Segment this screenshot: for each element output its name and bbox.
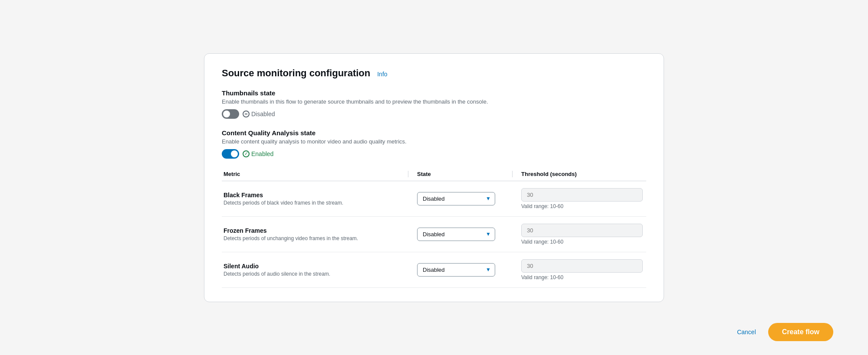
quality-enabled-icon: ✓	[243, 150, 250, 157]
black-frames-desc: Detects periods of black video frames in…	[224, 200, 400, 206]
black-frames-threshold: Valid range: 10-60	[513, 188, 646, 209]
black-frames-name: Black Frames	[224, 192, 400, 199]
table-row: Silent Audio Detects periods of audio si…	[222, 252, 646, 288]
silent-audio-select[interactable]: Disabled Enabled	[417, 263, 495, 277]
quality-toggle[interactable]	[222, 149, 239, 159]
footer-actions: Cancel Create flow	[732, 323, 833, 341]
black-frames-valid-range: Valid range: 10-60	[521, 203, 646, 209]
frozen-frames-desc: Detects periods of unchanging video fram…	[224, 235, 400, 241]
quality-status-label: Enabled	[251, 150, 273, 157]
silent-audio-valid-range: Valid range: 10-60	[521, 274, 646, 280]
page-container: Source monitoring configuration Info Thu…	[0, 0, 868, 355]
silent-audio-name: Silent Audio	[224, 263, 400, 270]
black-frames-select-wrapper: Disabled Enabled ▼	[417, 192, 495, 205]
frozen-frames-threshold-input[interactable]	[521, 224, 643, 237]
black-frames-threshold-input[interactable]	[521, 188, 643, 202]
black-frames-select[interactable]: Disabled Enabled	[417, 192, 495, 205]
quality-title: Content Quality Analysis state	[222, 129, 646, 137]
frozen-frames-select-wrapper: Disabled Enabled ▼	[417, 228, 495, 241]
card-title: Source monitoring configuration	[222, 68, 370, 79]
thumbnails-status: Disabled	[243, 111, 275, 117]
metrics-table-container: Metric State Threshold (seconds) Black F…	[222, 171, 646, 288]
frozen-frames-state: Disabled Enabled ▼	[408, 228, 513, 241]
configuration-card: Source monitoring configuration Info Thu…	[204, 53, 664, 302]
frozen-frames-info: Frozen Frames Detects periods of unchang…	[222, 227, 408, 241]
thumbnails-section: Thumbnails state Enable thumbnails in th…	[222, 89, 646, 119]
table-row: Frozen Frames Detects periods of unchang…	[222, 217, 646, 252]
col-metric-header: Metric	[222, 171, 408, 177]
thumbnails-description: Enable thumbnails in this flow to genera…	[222, 98, 646, 105]
silent-audio-info: Silent Audio Detects periods of audio si…	[222, 263, 408, 277]
silent-audio-desc: Detects periods of audio silence in the …	[224, 271, 400, 277]
black-frames-state: Disabled Enabled ▼	[408, 192, 513, 205]
quality-description: Enable content quality analysis to monit…	[222, 138, 646, 145]
thumbnails-slider	[222, 109, 239, 119]
info-link[interactable]: Info	[377, 71, 387, 78]
thumbnails-toggle-row: Disabled	[222, 109, 646, 119]
quality-status: ✓ Enabled	[243, 150, 273, 157]
frozen-frames-name: Frozen Frames	[224, 227, 400, 234]
frozen-frames-select[interactable]: Disabled Enabled	[417, 228, 495, 241]
quality-toggle-row: ✓ Enabled	[222, 149, 646, 159]
cancel-button[interactable]: Cancel	[732, 325, 761, 339]
quality-section: Content Quality Analysis state Enable co…	[222, 129, 646, 159]
silent-audio-threshold-input[interactable]	[521, 259, 643, 273]
frozen-frames-valid-range: Valid range: 10-60	[521, 239, 646, 245]
thumbnails-status-label: Disabled	[251, 111, 275, 117]
black-frames-info: Black Frames Detects periods of black vi…	[222, 192, 408, 206]
frozen-frames-threshold: Valid range: 10-60	[513, 224, 646, 245]
silent-audio-select-wrapper: Disabled Enabled ▼	[417, 263, 495, 277]
create-flow-button[interactable]: Create flow	[768, 323, 833, 341]
thumbnails-disabled-icon	[243, 111, 250, 117]
metrics-header: Metric State Threshold (seconds)	[222, 171, 646, 181]
title-row: Source monitoring configuration Info	[222, 68, 646, 79]
col-state-header: State	[408, 171, 513, 177]
table-row: Black Frames Detects periods of black vi…	[222, 181, 646, 217]
silent-audio-threshold: Valid range: 10-60	[513, 259, 646, 280]
thumbnails-title: Thumbnails state	[222, 89, 646, 97]
col-threshold-header: Threshold (seconds)	[513, 171, 646, 177]
silent-audio-state: Disabled Enabled ▼	[408, 263, 513, 277]
thumbnails-toggle[interactable]	[222, 109, 239, 119]
quality-slider	[222, 149, 239, 159]
